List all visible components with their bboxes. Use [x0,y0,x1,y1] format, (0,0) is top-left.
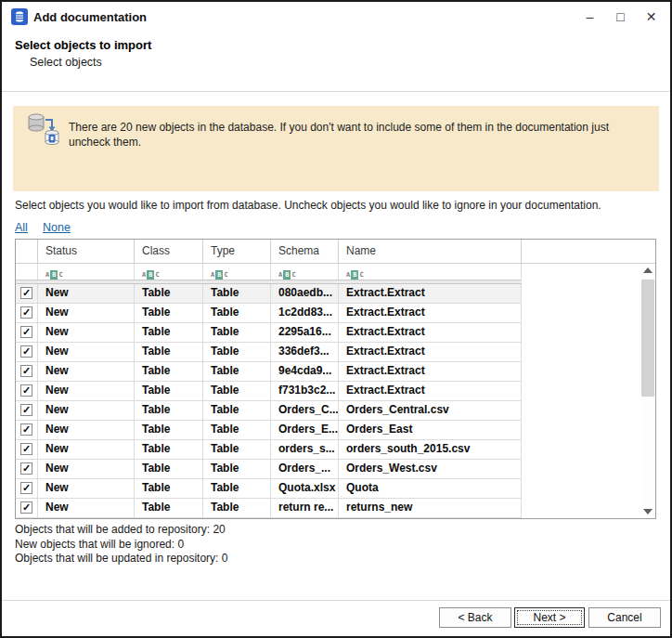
app-icon [11,8,28,25]
titlebar: Add documentation – □ ✕ [2,2,670,33]
header-checkbox-column[interactable] [16,240,38,263]
filter-cell-name[interactable]: ABC [339,264,522,280]
cell-class: Table [135,460,203,478]
row-checkbox-cell: ✓ [16,304,38,322]
info-banner: There are 20 new objects in the database… [13,106,659,191]
abc-text-filter-icon: ABC [142,270,160,280]
header-class[interactable]: Class [135,240,203,263]
footer-divider [2,600,670,601]
select-none-link[interactable]: None [43,221,71,234]
table-row[interactable]: ✓ New Table Table Orders_C... Orders_Cen… [16,401,522,421]
table-row[interactable]: ✓ New Table Table return re... returns_n… [16,499,522,518]
table-row[interactable]: ✓ New Table Table orders_s... orders_sou… [16,440,522,460]
scroll-up-icon[interactable] [640,265,655,276]
header-status[interactable]: Status [38,240,135,263]
cell-type: Table [203,421,271,439]
filter-cell-status[interactable]: ABC [38,264,135,280]
table-row[interactable]: ✓ New Table Table Orders_E... Orders_Eas… [16,421,522,440]
cell-class: Table [135,304,203,322]
header-type[interactable]: Type [203,240,271,263]
filter-cell-type[interactable]: ABC [203,264,271,280]
cancel-button[interactable]: Cancel [588,607,661,628]
window-title: Add documentation [33,10,147,24]
scroll-down-icon[interactable] [640,506,655,517]
grid-body: ✓ New Table Table 080aedb... Extract.Ext… [16,284,522,518]
cell-status: New [38,421,135,439]
instruction-text: Select objects you would like to import … [15,199,601,212]
row-checkbox[interactable]: ✓ [20,501,32,514]
back-button[interactable]: < Back [439,607,511,628]
cell-status: New [38,304,135,322]
table-row[interactable]: ✓ New Table Table Orders_... Orders_West… [16,460,522,479]
cell-name: Extract.Extract [339,382,522,400]
row-checkbox[interactable]: ✓ [20,423,32,436]
cell-name: orders_south_2015.csv [339,440,522,459]
cell-schema: Orders_C... [271,401,339,420]
row-checkbox[interactable]: ✓ [20,404,32,416]
cell-status: New [38,343,135,361]
cell-class: Table [135,479,203,498]
cell-name: Extract.Extract [339,304,522,322]
table-row[interactable]: ✓ New Table Table 080aedb... Extract.Ext… [16,284,522,304]
cell-status: New [38,323,135,342]
cell-status: New [38,460,135,478]
cell-schema: return re... [271,499,339,517]
table-row[interactable]: ✓ New Table Table 2295a16... Extract.Ext… [16,323,522,343]
summary-ignored: New objects that will be ignored: 0 [15,538,227,553]
table-row[interactable]: ✓ New Table Table 9e4cda9... Extract.Ext… [16,362,522,382]
scrollbar-thumb[interactable] [641,280,654,397]
page-subtitle: Select objects [30,56,102,69]
cell-schema: orders_s... [271,440,339,459]
row-checkbox[interactable]: ✓ [20,384,32,397]
maximize-button[interactable]: □ [605,4,636,29]
cell-name: Extract.Extract [339,323,522,342]
cell-schema: Quota.xlsx [271,479,339,498]
row-checkbox-cell: ✓ [16,460,38,478]
row-checkbox[interactable]: ✓ [20,306,32,319]
cell-type: Table [203,499,271,517]
filter-cell-schema[interactable]: ABC [271,264,339,280]
table-row[interactable]: ✓ New Table Table 336def3... Extract.Ext… [16,343,522,362]
filter-cell-class[interactable]: ABC [135,264,203,280]
row-checkbox-cell: ✓ [16,401,38,420]
row-checkbox-cell: ✓ [16,421,38,439]
row-checkbox[interactable]: ✓ [20,287,32,299]
header-name[interactable]: Name [339,240,522,263]
cell-class: Table [135,401,203,420]
header-schema[interactable]: Schema [271,240,339,263]
cell-status: New [38,362,135,381]
abc-text-filter-icon: ABC [278,270,296,280]
table-row[interactable]: ✓ New Table Table 1c2dd83... Extract.Ext… [16,304,522,323]
vertical-scrollbar[interactable] [640,264,655,518]
cell-name: Orders_West.csv [339,460,522,478]
table-row[interactable]: ✓ New Table Table f731b3c2... Extract.Ex… [16,382,522,401]
row-checkbox-cell: ✓ [16,343,38,361]
cell-status: New [38,479,135,498]
cell-schema: 2295a16... [271,323,339,342]
cell-type: Table [203,343,271,361]
row-checkbox-cell: ✓ [16,479,38,498]
abc-text-filter-icon: ABC [45,270,63,280]
row-checkbox[interactable]: ✓ [20,345,32,358]
close-button[interactable]: ✕ [636,4,666,29]
select-all-link[interactable]: All [15,221,28,234]
cell-schema: 080aedb... [271,284,339,303]
cell-status: New [38,382,135,400]
cell-status: New [38,499,135,517]
cell-type: Table [203,440,271,459]
row-checkbox[interactable]: ✓ [20,326,32,338]
row-checkbox[interactable]: ✓ [20,443,32,455]
objects-grid: Status Class Type Schema Name ABC ABC AB… [15,239,656,519]
cell-schema: Orders_... [271,460,339,478]
row-checkbox[interactable]: ✓ [20,365,32,377]
cell-type: Table [203,460,271,478]
cell-type: Table [203,284,271,303]
cell-name: Orders_Central.csv [339,401,522,420]
next-button[interactable]: Next > [514,607,585,628]
row-checkbox[interactable]: ✓ [20,482,32,494]
cell-schema: f731b3c2... [271,382,339,400]
cell-class: Table [135,284,203,303]
row-checkbox[interactable]: ✓ [20,462,32,475]
table-row[interactable]: ✓ New Table Table Quota.xlsx Quota [16,479,522,499]
minimize-button[interactable]: – [575,4,605,29]
